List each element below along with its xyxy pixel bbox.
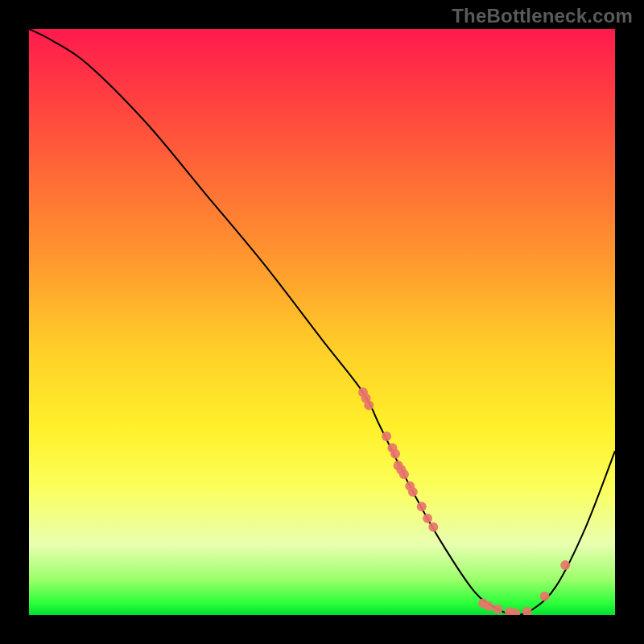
bottleneck-curve-path [29, 29, 615, 615]
datapoint-marker [382, 431, 391, 441]
watermark-text: TheBottleneck.com [452, 5, 633, 27]
datapoint-marker [484, 601, 493, 611]
datapoint-marker [423, 514, 432, 523]
curve-layer [29, 29, 615, 615]
datapoint-marker [560, 560, 570, 570]
datapoint-marker [399, 469, 409, 479]
datapoint-marker [522, 607, 532, 615]
datapoint-marker [493, 605, 502, 614]
datapoint-markers [358, 387, 570, 615]
datapoint-marker [408, 487, 418, 497]
bottleneck-curve [29, 29, 615, 615]
datapoint-marker [428, 522, 438, 532]
datapoint-marker [364, 400, 374, 410]
datapoint-marker [417, 502, 427, 511]
datapoint-marker [390, 449, 400, 459]
datapoint-marker [540, 592, 550, 601]
chart-frame: TheBottleneck.com [0, 0, 644, 644]
plot-area [29, 29, 615, 615]
